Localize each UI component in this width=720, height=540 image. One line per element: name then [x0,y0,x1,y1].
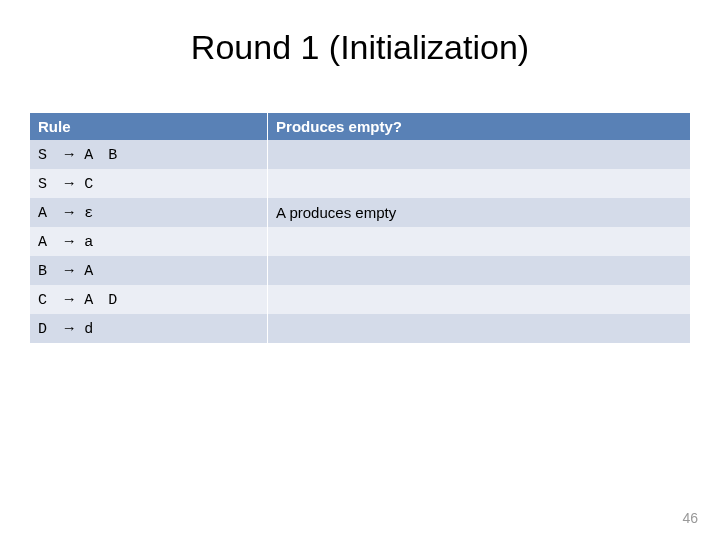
header-produces: Produces empty? [268,113,690,140]
rule-rhs: a [84,234,96,251]
arrow-icon: → [58,145,80,162]
header-rule: Rule [30,113,268,140]
rule-lhs: B [38,263,54,280]
table-row: S → A B [30,140,690,169]
rule-rhs: d [84,321,96,338]
rule-lhs: A [38,205,54,222]
slide-title: Round 1 (Initialization) [0,28,720,67]
produces-cell [268,256,690,285]
arrow-icon: → [58,261,80,278]
rule-rhs: A [84,263,96,280]
rule-rhs: A D [84,292,120,309]
page-number: 46 [682,510,698,526]
rule-rhs: ε [84,205,96,222]
table-row: C → A D [30,285,690,314]
arrow-icon: → [58,174,80,191]
arrow-icon: → [58,319,80,336]
rule-lhs: A [38,234,54,251]
produces-cell [268,140,690,169]
table-row: D → d [30,314,690,343]
table-row: S → C [30,169,690,198]
rule-lhs: C [38,292,54,309]
arrow-icon: → [58,232,80,249]
produces-cell: A produces empty [268,198,690,227]
table-row: A → a [30,227,690,256]
rule-lhs: S [38,176,54,193]
rule-rhs: A B [84,147,120,164]
produces-cell [268,285,690,314]
table-row: B → A [30,256,690,285]
arrow-icon: → [58,290,80,307]
produces-cell [268,169,690,198]
produces-cell [268,227,690,256]
produces-cell [268,314,690,343]
rule-rhs: C [84,176,96,193]
rule-lhs: S [38,147,54,164]
table-row: A → ε A produces empty [30,198,690,227]
arrow-icon: → [58,203,80,220]
grammar-table: Rule Produces empty? S → A B S → C A → [30,113,690,343]
rule-lhs: D [38,321,54,338]
